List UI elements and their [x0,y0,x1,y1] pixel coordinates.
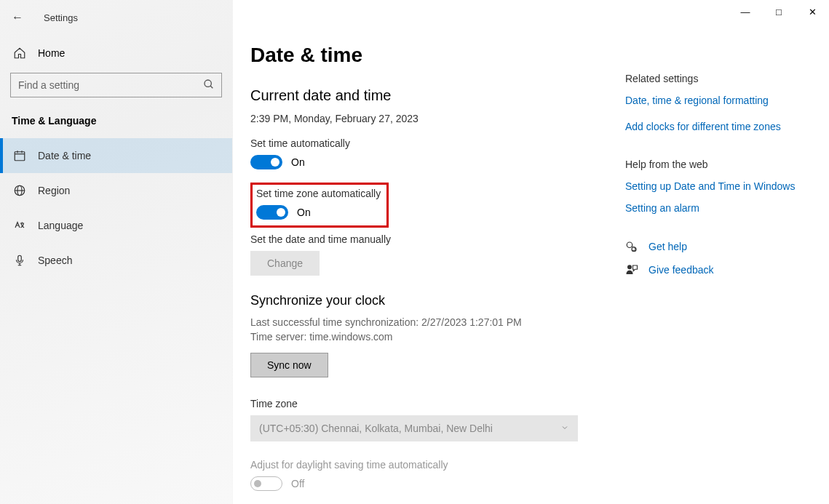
current-datetime-value: 2:39 PM, Monday, February 27, 2023 [250,113,625,124]
sidebar-header: ← Settings [0,0,232,35]
language-icon [13,219,26,232]
link-date-time-formatting[interactable]: Date, time & regional formatting [625,95,814,106]
search-icon [203,79,215,93]
svg-point-12 [627,265,632,269]
sidebar-item-date-time[interactable]: Date & time [0,138,232,173]
content: Date & time Current date and time 2:39 P… [233,0,625,504]
sidebar-item-label: Date & time [38,150,91,161]
svg-point-10 [627,242,632,248]
svg-line-1 [210,86,213,88]
minimize-button[interactable]: — [729,0,762,23]
sidebar-item-language[interactable]: Language [0,208,232,243]
search-input[interactable] [10,73,222,97]
tz-heading: Time zone [250,398,625,409]
dst-toggle-row: Off [250,476,625,491]
current-datetime-heading: Current date and time [250,87,625,104]
chevron-down-icon [560,423,569,434]
globe-icon [13,184,26,197]
svg-point-0 [205,80,211,87]
right-column: Related settings Date, time & regional f… [625,0,829,504]
set-time-auto-toggle-row: On [250,155,625,169]
manual-label: Set the date and time manually [250,233,625,245]
main: — □ ✕ Date & time Current date and time … [233,0,829,504]
get-help-link[interactable]: Get help [648,241,687,252]
set-time-auto-toggle[interactable] [250,155,282,169]
home-icon [13,47,26,60]
feedback-link[interactable]: Give feedback [648,264,714,276]
sidebar-item-region[interactable]: Region [0,173,232,208]
category-title: Time & Language [0,108,232,138]
related-heading: Related settings [625,73,814,84]
highlight-annotation: Set time zone automatically On [250,183,389,228]
link-add-clocks[interactable]: Add clocks for different time zones [625,121,814,132]
link-setting-alarm[interactable]: Setting an alarm [625,202,814,214]
sidebar-item-speech[interactable]: Speech [0,243,232,278]
feedback-row[interactable]: Give feedback [625,263,814,276]
get-help-row[interactable]: Get help [625,240,814,253]
search-wrap [10,73,222,97]
mic-icon [13,254,26,267]
svg-rect-9 [18,255,22,261]
clock-icon [13,149,26,162]
sidebar: ← Settings Home Time & Language Date & t… [0,0,233,504]
back-icon[interactable]: ← [12,11,23,24]
help-web-section: Help from the web Setting up Date and Ti… [625,159,814,214]
help-icon [625,240,638,253]
set-tz-auto-state: On [297,207,311,218]
dst-state: Off [291,478,304,489]
timezone-dropdown: (UTC+05:30) Chennai, Kolkata, Mumbai, Ne… [250,415,578,441]
home-label: Home [38,47,65,59]
window-controls: — □ ✕ [729,0,829,23]
sidebar-item-label: Language [38,220,83,231]
help-web-heading: Help from the web [625,159,814,170]
change-button: Change [250,251,320,276]
sync-last: Last successful time synchronization: 2/… [250,316,625,330]
set-tz-auto-toggle-row: On [256,205,381,220]
sync-info: Last successful time synchronization: 2/… [250,316,625,344]
svg-rect-2 [15,152,25,161]
timezone-value: (UTC+05:30) Chennai, Kolkata, Mumbai, Ne… [259,423,493,434]
set-time-auto-label: Set time automatically [250,137,625,149]
page-title: Date & time [250,44,625,67]
sidebar-home[interactable]: Home [0,39,232,67]
link-setup-datetime[interactable]: Setting up Date and Time in Windows [625,180,814,192]
maximize-button[interactable]: □ [762,0,796,23]
set-tz-auto-toggle[interactable] [256,205,288,220]
sync-now-button[interactable]: Sync now [250,353,328,377]
sidebar-item-label: Region [38,185,70,196]
close-button[interactable]: ✕ [796,0,829,23]
feedback-icon [625,263,638,276]
dst-label: Adjust for daylight saving time automati… [250,459,625,471]
sync-server: Time server: time.windows.com [250,330,625,345]
set-tz-auto-label: Set time zone automatically [256,188,381,199]
app-title: Settings [44,12,78,23]
set-time-auto-state: On [291,156,305,168]
sync-heading: Synchronize your clock [250,293,625,308]
related-section: Related settings Date, time & regional f… [625,73,814,132]
dst-toggle [250,476,282,491]
sidebar-item-label: Speech [38,255,72,266]
